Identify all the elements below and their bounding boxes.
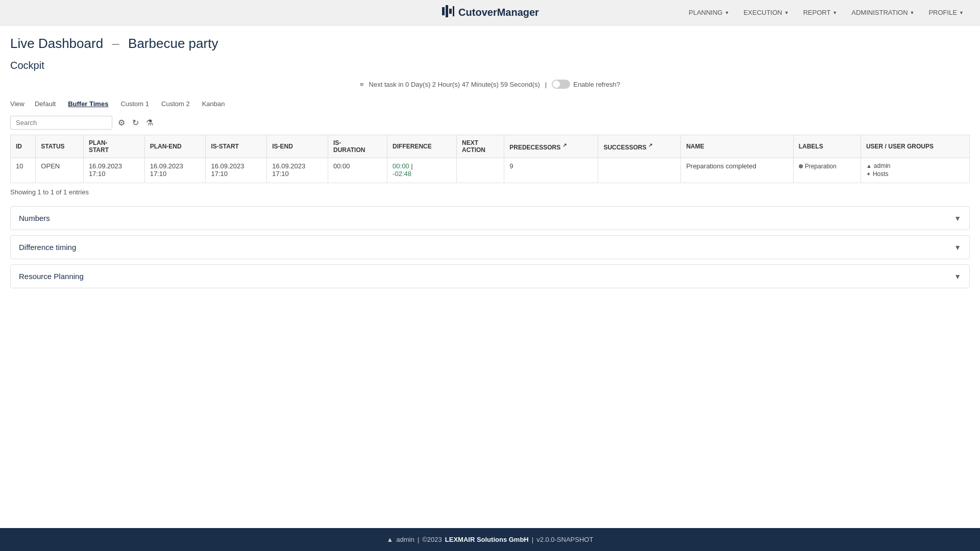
- cell-id: 10: [11, 158, 36, 183]
- diff-separator: |: [411, 162, 412, 170]
- difference-timing-header[interactable]: Difference timing ▼: [11, 236, 969, 259]
- filter-icon[interactable]: ⚙: [116, 116, 127, 129]
- difference-timing-chevron: ▼: [954, 243, 961, 252]
- footer-version: v2.0.0-SNAPSHOT: [536, 536, 593, 543]
- cell-difference: 00:00 | -02:48: [387, 158, 457, 183]
- brand-name: CutoverManager: [458, 7, 539, 18]
- col-header-next-action: NEXTACTION: [457, 135, 504, 158]
- footer: ▲ admin | ©2023 LEXMAIR Solutions GmbH |…: [0, 528, 980, 551]
- diff-negative: -02:48: [393, 170, 411, 178]
- nav-planning[interactable]: PLANNING ▼: [682, 6, 735, 19]
- difference-timing-section: Difference timing ▼: [10, 235, 970, 259]
- col-header-predecessors: PREDECESSORS ↗: [504, 135, 598, 158]
- col-header-is-duration: IS-DURATION: [328, 135, 387, 158]
- difference-timing-label: Difference timing: [19, 243, 76, 252]
- page-title-main: Live Dashboard: [10, 36, 103, 51]
- cell-predecessors: 9: [504, 158, 598, 183]
- refresh-icon[interactable]: ↻: [131, 116, 140, 129]
- svg-rect-2: [449, 9, 452, 14]
- col-header-successors: SUCCESSORS ↗: [598, 135, 681, 158]
- table-row: 10 OPEN 16.09.202317:10 16.09.202317:10 …: [11, 158, 970, 183]
- label-text: Preparation: [805, 163, 837, 170]
- nav-execution[interactable]: EXECUTION ▼: [738, 6, 795, 19]
- svg-rect-1: [446, 5, 448, 17]
- user-name-admin: admin: [874, 162, 891, 169]
- nav-execution-caret: ▼: [784, 10, 789, 15]
- nav-administration-caret: ▼: [910, 10, 915, 15]
- cell-is-start: 16.09.202317:10: [206, 158, 267, 183]
- nav-administration[interactable]: ADMINISTRATION ▼: [845, 6, 920, 19]
- cell-status: OPEN: [36, 158, 84, 183]
- enable-refresh-label: Enable refresh?: [573, 81, 620, 88]
- nav-report-caret: ▼: [832, 10, 837, 15]
- enable-refresh-container: Enable refresh?: [552, 80, 620, 89]
- numbers-label: Numbers: [19, 214, 50, 222]
- col-header-name: NAME: [681, 135, 793, 158]
- user-entry-hosts: ✦ Hosts: [866, 170, 964, 178]
- next-task-bar: ≡ Next task in 0 Day(s) 2 Hour(s) 47 Min…: [10, 80, 970, 89]
- col-header-status: STATUS: [36, 135, 84, 158]
- footer-copyright: ©2023: [422, 536, 442, 543]
- svg-rect-3: [453, 6, 454, 16]
- brand-logo[interactable]: CutoverManager: [441, 4, 539, 21]
- col-header-difference: DIFFERENCE: [387, 135, 457, 158]
- task-list-icon: ≡: [360, 81, 364, 88]
- user-icon-admin: ▲: [866, 163, 872, 169]
- cell-name: Preparations completed: [681, 158, 793, 183]
- cell-is-duration: 00:00: [328, 158, 387, 183]
- view-tab-custom2[interactable]: Custom 2: [155, 98, 196, 110]
- user-entry-admin: ▲ admin: [866, 162, 964, 169]
- settings-icon[interactable]: ⚗: [144, 116, 155, 129]
- footer-separator2: |: [532, 536, 533, 543]
- footer-separator1: |: [418, 536, 419, 543]
- cell-labels: Preparation: [793, 158, 861, 183]
- enable-refresh-toggle[interactable]: [552, 80, 570, 89]
- diff-positive: 00:00: [393, 162, 409, 170]
- col-header-plan-end: PLAN-END: [144, 135, 206, 158]
- navbar-nav-container: PLANNING ▼ EXECUTION ▼ REPORT ▼ ADMINIST…: [539, 6, 970, 19]
- cell-plan-start: 16.09.202317:10: [83, 158, 144, 183]
- resource-planning-chevron: ▼: [954, 272, 961, 281]
- label-dot: [799, 164, 803, 168]
- cell-next-action: [457, 158, 504, 183]
- cell-is-end: 16.09.202317:10: [267, 158, 328, 183]
- view-tab-custom1[interactable]: Custom 1: [114, 98, 155, 110]
- nav-planning-label: PLANNING: [689, 9, 722, 16]
- next-task-text: Next task in 0 Day(s) 2 Hour(s) 47 Minut…: [369, 81, 540, 88]
- navbar-brand-container: CutoverManager: [441, 4, 539, 21]
- footer-company[interactable]: LEXMAIR Solutions GmbH: [445, 536, 529, 543]
- col-header-is-start: IS-START: [206, 135, 267, 158]
- svg-rect-0: [442, 7, 445, 15]
- nav-profile-caret: ▼: [959, 10, 964, 15]
- page-title-sub: Barbecue party: [128, 36, 218, 51]
- resource-planning-section: Resource Planning ▼: [10, 264, 970, 288]
- view-label: View: [10, 100, 24, 108]
- col-header-plan-start: PLAN-START: [83, 135, 144, 158]
- resource-planning-label: Resource Planning: [19, 272, 84, 281]
- search-input[interactable]: [10, 116, 112, 130]
- showing-text: Showing 1 to 1 of 1 entries: [10, 188, 970, 196]
- view-tab-kanban[interactable]: Kanban: [196, 98, 231, 110]
- page-title: Live Dashboard – Barbecue party: [10, 36, 970, 52]
- numbers-header[interactable]: Numbers ▼: [11, 207, 969, 230]
- nav-planning-caret: ▼: [725, 10, 729, 15]
- bar-separator: |: [545, 81, 547, 88]
- view-tab-buffer-times[interactable]: Buffer Times: [62, 98, 114, 110]
- logo-icon: [441, 4, 455, 21]
- page-content: Live Dashboard – Barbecue party Cockpit …: [0, 26, 980, 528]
- nav-report-label: REPORT: [803, 9, 830, 16]
- nav-administration-label: ADMINISTRATION: [851, 9, 908, 16]
- nav-execution-label: EXECUTION: [744, 9, 782, 16]
- nav-report[interactable]: REPORT ▼: [797, 6, 843, 19]
- resource-planning-header[interactable]: Resource Planning ▼: [11, 265, 969, 288]
- cockpit-title: Cockpit: [10, 60, 970, 71]
- cell-users: ▲ admin ✦ Hosts: [861, 158, 969, 183]
- user-icon-hosts: ✦: [866, 171, 871, 178]
- footer-user-icon: ▲: [387, 536, 394, 543]
- table-controls: ⚙ ↻ ⚗: [10, 116, 970, 130]
- col-header-id: ID: [11, 135, 36, 158]
- view-tab-default[interactable]: Default: [29, 98, 62, 110]
- data-table: ID STATUS PLAN-START PLAN-END IS-START I…: [10, 135, 970, 183]
- nav-profile[interactable]: PROFILE ▼: [922, 6, 970, 19]
- col-header-user: USER / USER GROUPS: [861, 135, 969, 158]
